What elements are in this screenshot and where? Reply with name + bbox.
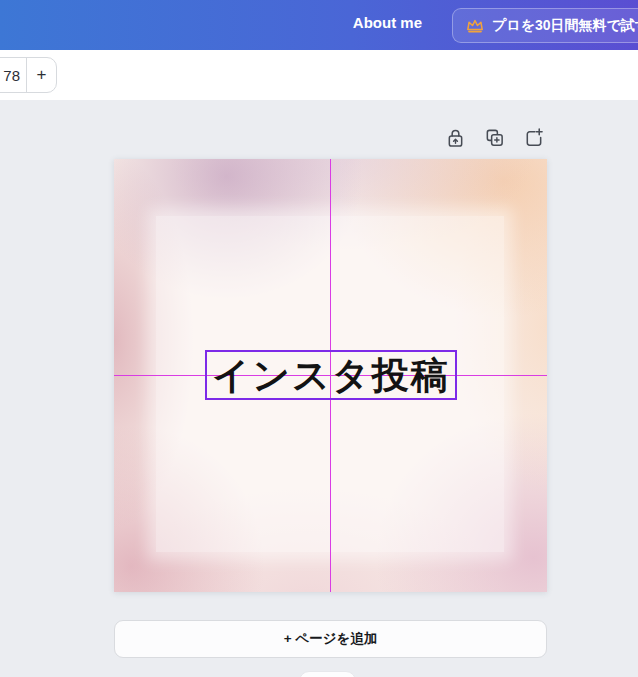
lock-icon [446, 127, 465, 149]
crown-icon [466, 18, 484, 33]
add-new-page-icon [523, 127, 544, 149]
duplicate-page-button[interactable] [483, 126, 505, 150]
about-me-link[interactable]: About me [353, 14, 422, 31]
add-page-icon-button[interactable] [522, 126, 544, 150]
font-size-increase-button[interactable]: + [27, 58, 56, 92]
font-size-stepper: 78 + [0, 57, 57, 93]
font-size-value[interactable]: 78 [0, 58, 26, 92]
text-toolbar: 78 + A B I U S aA T ↓ エフェクト [0, 50, 638, 100]
add-page-button[interactable]: + ページを追加 [114, 620, 547, 658]
duplicate-page-icon [484, 127, 505, 149]
design-workspace: インスタ投稿 + ページを追加 [0, 100, 638, 677]
selected-text-element[interactable]: インスタ投稿 [205, 350, 457, 400]
pro-trial-label: プロを30日間無料で試す [492, 17, 638, 35]
top-navigation-bar: About me プロを30日間無料で試す [0, 0, 638, 50]
page-controls [444, 126, 544, 150]
lock-button[interactable] [444, 126, 466, 150]
design-canvas-page[interactable]: インスタ投稿 [114, 159, 547, 592]
pro-trial-button[interactable]: プロを30日間無料で試す [452, 8, 638, 43]
bottom-floating-panel-handle[interactable] [299, 671, 356, 677]
canvas-text: インスタ投稿 [212, 357, 449, 394]
